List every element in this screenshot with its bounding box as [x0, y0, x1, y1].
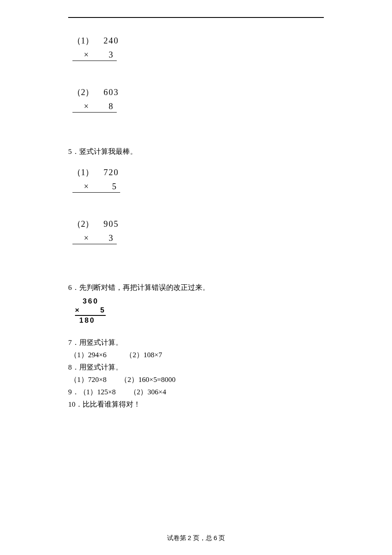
- footer-prefix: 试卷第: [167, 535, 186, 541]
- q7-p2: （2）108×7: [125, 351, 162, 359]
- q6-result: 180: [75, 316, 324, 325]
- q4-calc-2: （2） 603 × 8: [72, 87, 324, 113]
- q5-1-label: （1）: [72, 167, 91, 178]
- q5-title: 5．竖式计算我最棒。: [68, 147, 324, 156]
- top-rule: [68, 17, 324, 18]
- q5-2-multiplier: 3: [93, 233, 115, 243]
- q4-1-operand: 240: [93, 36, 119, 46]
- q6-calc: 360 × 5 180: [75, 297, 324, 325]
- mult-sign: ×: [72, 101, 91, 111]
- q5-calc-2: （2） 905 × 3: [72, 218, 324, 244]
- q10-title: 10．比比看谁算得对！: [68, 399, 324, 409]
- q6-sign: ×: [75, 306, 85, 315]
- q7-parts: （1）294×6 （2）108×7: [68, 350, 324, 360]
- page-footer: 试卷第 2 页，总 6 页: [0, 534, 392, 542]
- q5-1-operand: 720: [93, 168, 119, 177]
- mult-sign: ×: [72, 182, 91, 191]
- footer-current: 2: [187, 534, 191, 541]
- q4-2-label: （2）: [72, 87, 91, 98]
- q8-p1: （1）720×8: [70, 376, 107, 384]
- q4-1-multiplier: 3: [93, 50, 115, 60]
- q5-2-operand: 905: [93, 219, 119, 229]
- q4-calc-1: （1） 240 × 3: [72, 35, 324, 61]
- q9-p1: 9．（1）125×8: [68, 388, 116, 396]
- q6-mult: 5: [87, 306, 104, 315]
- mult-sign: ×: [72, 233, 91, 243]
- q9-line: 9．（1）125×8 （2）306×4: [68, 387, 324, 397]
- q5-2-label: （2）: [72, 218, 91, 230]
- footer-total: 6: [213, 534, 217, 541]
- footer-suffix: 页: [219, 535, 225, 541]
- q7-p1: （1）294×6: [70, 351, 107, 359]
- q4-1-label: （1）: [72, 35, 91, 46]
- q6-title: 6．先判断对错，再把计算错误的改正过来。: [68, 283, 324, 292]
- q4-2-multiplier: 8: [93, 101, 115, 111]
- q4-2-operand: 603: [93, 87, 119, 97]
- q5-calc-1: （1） 720 × 5: [72, 167, 324, 193]
- q6-top: 360: [75, 297, 324, 306]
- q5-1-multiplier: 5: [93, 182, 119, 191]
- q7-title: 7．用竖式计算。: [68, 338, 324, 347]
- footer-mid: 页，总: [193, 535, 212, 541]
- mult-sign: ×: [72, 50, 91, 60]
- q8-title: 8．用竖式计算。: [68, 362, 324, 372]
- q8-parts: （1）720×8 （2）160×5=8000: [68, 375, 324, 384]
- q8-p2: （2）160×5=8000: [120, 376, 176, 384]
- q9-p2: （2）306×4: [130, 388, 166, 396]
